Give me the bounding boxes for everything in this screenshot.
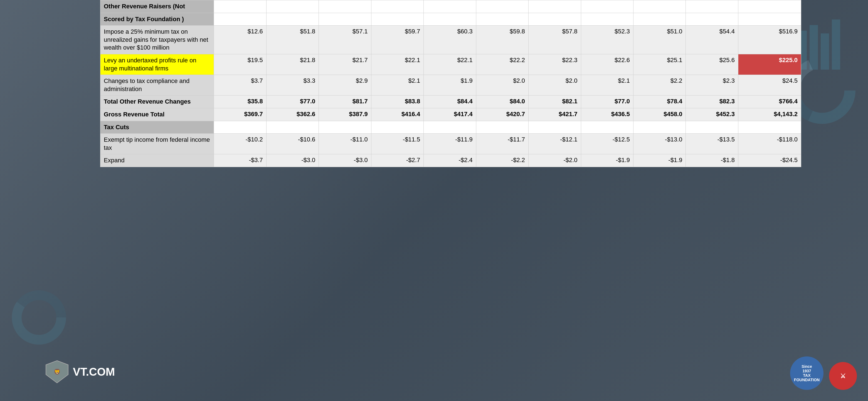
cell-value: $59.8	[476, 26, 528, 54]
section-header-label: Tax Cuts	[100, 121, 214, 134]
tf-name2: FOUNDATION	[794, 378, 819, 382]
red-shield-icon: ⚔	[835, 368, 851, 384]
cell-value: $2.0	[476, 75, 528, 95]
cell-value: -$12.1	[529, 134, 581, 154]
cell-value: $51.0	[633, 26, 686, 54]
empty-cell	[476, 0, 528, 13]
cell-value: $59.7	[371, 26, 424, 54]
cell-value: $60.3	[424, 26, 476, 54]
cell-value: $22.1	[371, 54, 424, 75]
table-container: Other Revenue Raisers (Not Scored by Tax…	[100, 0, 801, 401]
empty-cell	[319, 13, 371, 26]
table-row-total: Total Other Revenue Changes $35.8 $77.0 …	[100, 95, 801, 108]
cell-value: -$3.7	[214, 154, 266, 167]
cell-value: $84.4	[424, 95, 476, 108]
cell-value: $51.8	[266, 26, 318, 54]
row-label: Expand	[100, 154, 214, 167]
cell-value: $57.8	[529, 26, 581, 54]
svg-text:🦁: 🦁	[54, 368, 61, 375]
cell-value: $22.6	[581, 54, 633, 75]
cell-value: $22.1	[424, 54, 476, 75]
cell-value: -$1.8	[686, 154, 738, 167]
empty-cell	[686, 0, 738, 13]
cell-value: -$3.0	[266, 154, 318, 167]
empty-cell	[738, 13, 801, 26]
empty-cell	[371, 13, 424, 26]
cell-value: $3.7	[214, 75, 266, 95]
cell-value: -$11.7	[476, 134, 528, 154]
empty-cell	[738, 121, 801, 134]
cell-value: $2.1	[371, 75, 424, 95]
cell-value: $369.7	[214, 108, 266, 121]
empty-cell	[581, 121, 633, 134]
total-value: $766.4	[738, 95, 801, 108]
cell-value: -$13.0	[633, 134, 686, 154]
empty-cell	[529, 13, 581, 26]
cell-value: $452.3	[686, 108, 738, 121]
cell-value: -$10.6	[266, 134, 318, 154]
table-row: Other Revenue Raisers (Not	[100, 0, 801, 13]
row-label: Changes to tax compliance and administra…	[100, 75, 214, 95]
tf-name1: TAX	[803, 373, 811, 378]
empty-cell	[319, 121, 371, 134]
cell-value: $3.3	[266, 75, 318, 95]
cell-value: $362.6	[266, 108, 318, 121]
cell-value: $21.7	[319, 54, 371, 75]
empty-cell	[319, 0, 371, 13]
section-header-label: Other Revenue Raisers (Not	[100, 0, 214, 13]
cell-value: $416.4	[371, 108, 424, 121]
cell-value: $82.1	[529, 95, 581, 108]
cell-value: -$12.5	[581, 134, 633, 154]
cell-value: $22.2	[476, 54, 528, 75]
row-label: Exempt tip income from federal income ta…	[100, 134, 214, 154]
cell-value: $35.8	[214, 95, 266, 108]
cell-value: $25.1	[633, 54, 686, 75]
table-row: Scored by Tax Foundation )	[100, 13, 801, 26]
cell-value: $22.3	[529, 54, 581, 75]
cell-value: $2.2	[633, 75, 686, 95]
highlighted-total-value: $225.0	[738, 54, 801, 75]
empty-cell	[424, 121, 476, 134]
red-badge-icon: ⚔	[829, 362, 857, 390]
tax-foundation-logo: Since 1937 TAX FOUNDATION	[790, 356, 824, 390]
background-chart-donut	[11, 290, 67, 345]
cell-value: $1.9	[424, 75, 476, 95]
tf-since: Since	[802, 364, 812, 369]
row-label: Impose a 25% minimum tax on unrealized g…	[100, 26, 214, 54]
cell-value: -$10.2	[214, 134, 266, 154]
vt-text: VT.COM	[73, 366, 115, 378]
cell-value: $2.1	[581, 75, 633, 95]
empty-cell	[214, 121, 266, 134]
cell-value: $458.0	[633, 108, 686, 121]
vt-shield-icon: 🦁	[44, 359, 69, 384]
empty-cell	[371, 0, 424, 13]
tf-year: 1937	[802, 369, 811, 373]
highlighted-table-row: Levy an undertaxed profits rule on large…	[100, 54, 801, 75]
cell-value: $420.7	[476, 108, 528, 121]
cell-value: $2.0	[529, 75, 581, 95]
empty-cell	[424, 0, 476, 13]
cell-value: -$3.0	[319, 154, 371, 167]
cell-value: $436.5	[581, 108, 633, 121]
cell-value: $83.8	[371, 95, 424, 108]
empty-cell	[424, 13, 476, 26]
highlighted-row-label: Levy an undertaxed profits rule on large…	[100, 54, 214, 75]
empty-cell	[581, 13, 633, 26]
cell-value: $77.0	[266, 95, 318, 108]
cell-value: $54.4	[686, 26, 738, 54]
empty-cell	[266, 13, 318, 26]
empty-cell	[371, 121, 424, 134]
total-value: -$24.5	[738, 154, 801, 167]
cell-value: -$11.5	[371, 134, 424, 154]
row-label-total: Total Other Revenue Changes	[100, 95, 214, 108]
tf-circle-badge: Since 1937 TAX FOUNDATION	[790, 356, 824, 390]
cell-value: $2.9	[319, 75, 371, 95]
cell-value: $81.7	[319, 95, 371, 108]
cell-value: $52.3	[581, 26, 633, 54]
cell-value: $21.8	[266, 54, 318, 75]
cell-value: $2.3	[686, 75, 738, 95]
total-value: $24.5	[738, 75, 801, 95]
empty-cell	[476, 13, 528, 26]
cell-value: $82.3	[686, 95, 738, 108]
empty-cell	[266, 121, 318, 134]
